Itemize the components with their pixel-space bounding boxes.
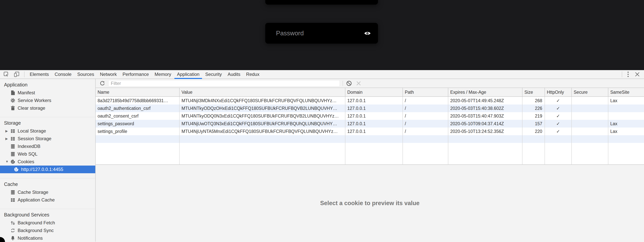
refresh-icon[interactable] [100, 80, 105, 86]
clear-all-cookies-icon[interactable] [346, 80, 352, 86]
section-title-cache: Cache [0, 180, 95, 188]
cookie-httponly-cell: ✓ [545, 104, 572, 112]
empty-cell [572, 143, 608, 164]
empty-cell [96, 135, 180, 143]
database-icon [10, 144, 15, 149]
sidebar-item-label: Cookies [18, 159, 34, 164]
sidebar-section-background-services: Background Services Background Fetch [0, 209, 95, 241]
sidebar-item-indexeddb[interactable]: IndexedDB [0, 143, 95, 150]
tab-application[interactable]: Application [174, 70, 202, 79]
empty-cell [448, 143, 522, 164]
tab-performance[interactable]: Performance [120, 70, 152, 79]
sidebar-item-notifications[interactable]: Notifications [0, 234, 95, 241]
tab-console[interactable]: Console [52, 70, 74, 79]
cookie-size-cell: 219 [522, 112, 545, 120]
cookie-row[interactable]: 8a3d27185b49d7758d8bb669331… MTU4NjI3MDk… [96, 97, 644, 104]
cookie-samesite-cell: Lax [608, 128, 644, 135]
cookie-row[interactable]: settings_password MTU4NjUwOTQ3N3xEdi1CQk… [96, 120, 644, 128]
cookie-value-cell: MTU4NTkyODQzOHxEdi1CQkFFQ180SUFBUkFCRUFB… [180, 104, 346, 112]
cookies-filter-bar [96, 79, 644, 88]
bell-icon [10, 236, 15, 241]
empty-cell [608, 135, 644, 143]
show-password-eye-icon[interactable] [364, 31, 371, 36]
column-header-secure[interactable]: Secure [572, 88, 608, 96]
cookie-name-cell: oauth2_authentication_csrf [96, 104, 180, 112]
cookie-row[interactable]: oauth2_authentication_csrf MTU4NTkyODQzO… [96, 104, 644, 112]
sidebar-item-cookies-host[interactable]: http://127.0.0.1:4455 [0, 166, 95, 173]
devtools-tabbar: Elements Console Sources Network Perform… [0, 70, 644, 79]
tab-memory[interactable]: Memory [152, 70, 174, 79]
sidebar-item-cache-storage[interactable]: Cache Storage [0, 188, 95, 196]
cookie-samesite-cell [608, 112, 644, 120]
collapse-arrow-icon[interactable]: ▼ [5, 160, 10, 164]
table-grid-icon [10, 136, 15, 141]
empty-cell [608, 143, 644, 164]
sidebar-item-label: Session Storage [18, 136, 51, 141]
sidebar-item-label: IndexedDB [18, 144, 40, 149]
gear-icon [10, 98, 15, 103]
sidebar-item-label: Notifications [18, 235, 43, 241]
sidebar-item-application-cache[interactable]: Application Cache [0, 196, 95, 204]
tab-redux[interactable]: Redux [243, 70, 262, 79]
column-header-expires[interactable]: Expires / Max-Age [448, 88, 522, 96]
cookie-size-cell: 157 [522, 120, 545, 128]
sidebar-item-label: http://127.0.0.1:4455 [21, 167, 63, 172]
column-header-httponly[interactable]: HttpOnly [545, 88, 572, 96]
cookie-filter-input[interactable] [108, 80, 340, 87]
username-field-cropped[interactable] [265, 0, 378, 5]
column-header-path[interactable]: Path [403, 88, 448, 96]
cookie-expires-cell: 2020-05-07T14:49:45.248Z [448, 97, 522, 104]
sidebar-section-cache: Cache Cache Storage Application Cache [0, 178, 95, 209]
cookie-path-cell: / [403, 104, 448, 112]
login-page [0, 0, 644, 70]
sidebar-item-clear-storage[interactable]: Clear storage [0, 104, 95, 112]
password-field[interactable] [265, 23, 378, 44]
cookie-secure-cell [572, 97, 608, 104]
sidebar-item-label: Local Storage [18, 128, 46, 134]
device-toolbar-icon[interactable] [14, 71, 20, 77]
sidebar-item-web-sql[interactable]: Web SQL [0, 150, 95, 158]
toolbar-divider [342, 81, 343, 86]
table-grid-icon [10, 129, 15, 134]
application-sidebar: Application Manifest [0, 79, 96, 241]
empty-cell [180, 135, 346, 143]
cookie-row[interactable]: settings_profile MTU4NjUyNTA5MnxEdi1CQkF… [96, 128, 644, 135]
expand-arrow-icon[interactable]: ▶ [5, 137, 10, 141]
expand-arrow-icon[interactable]: ▶ [5, 129, 10, 133]
cookie-row[interactable]: oauth2_consent_csrf MTU4NTkyODQ0N3xEdi1C… [96, 112, 644, 120]
cookie-size-cell: 220 [522, 128, 545, 135]
sidebar-item-label: Clear storage [18, 105, 45, 111]
tab-audits[interactable]: Audits [225, 70, 243, 79]
sidebar-item-background-fetch[interactable]: Background Fetch [0, 219, 95, 227]
cookie-expires-cell: 2020-05-10T09:04:37.414Z [448, 120, 522, 128]
column-header-name[interactable]: Name [96, 88, 180, 96]
cookie-table-body: 8a3d27185b49d7758d8bb669331… MTU4NjI3MDk… [96, 97, 644, 164]
inspect-element-icon[interactable] [4, 71, 9, 77]
column-header-domain[interactable]: Domain [346, 88, 403, 96]
cookie-httponly-cell: ✓ [545, 112, 572, 120]
tab-sources[interactable]: Sources [74, 70, 97, 79]
sidebar-item-background-sync[interactable]: Background Sync [0, 227, 95, 234]
cookie-name-cell: 8a3d27185b49d7758d8bb669331… [96, 97, 180, 104]
sidebar-item-cookies[interactable]: ▼ Cookies [0, 158, 95, 166]
column-header-value[interactable]: Value [180, 88, 346, 96]
sidebar-item-session-storage[interactable]: ▶ Session Storage [0, 135, 95, 143]
delete-selected-icon[interactable] [356, 81, 361, 86]
toolbar-divider [622, 71, 622, 77]
tab-security[interactable]: Security [202, 70, 225, 79]
kebab-menu-icon[interactable] [627, 71, 629, 77]
column-header-samesite[interactable]: SameSite [608, 88, 644, 96]
empty-row [96, 135, 644, 143]
cookie-path-cell: / [403, 97, 448, 104]
password-input[interactable] [276, 30, 364, 37]
column-header-size[interactable]: Size [522, 88, 545, 96]
sidebar-item-label: Cache Storage [18, 190, 48, 195]
tab-elements[interactable]: Elements [27, 70, 52, 79]
sidebar-item-local-storage[interactable]: ▶ Local Storage [0, 127, 95, 135]
cookie-httponly-cell: ✓ [545, 97, 572, 104]
sidebar-item-manifest[interactable]: Manifest [0, 89, 95, 97]
tab-network[interactable]: Network [97, 70, 120, 79]
close-devtools-icon[interactable] [635, 72, 640, 77]
cookie-path-cell: / [403, 112, 448, 120]
sidebar-item-service-workers[interactable]: Service Workers [0, 97, 95, 104]
